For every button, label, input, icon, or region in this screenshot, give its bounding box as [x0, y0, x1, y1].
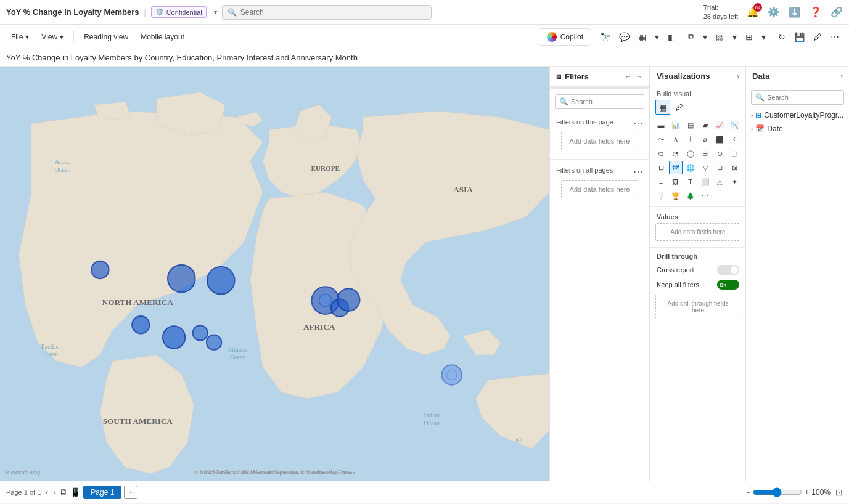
viz-line-stacked[interactable]: 📉: [728, 118, 741, 132]
viz-scatter[interactable]: ⁘: [728, 132, 741, 146]
build-chart-icon[interactable]: ▦: [655, 100, 670, 115]
viz-ribbon[interactable]: ⌀: [699, 132, 712, 146]
viz-column-chart[interactable]: 📊: [669, 118, 683, 132]
tree-expand-0[interactable]: ›: [751, 112, 753, 119]
viz-line[interactable]: 〜: [654, 132, 668, 146]
viz-card[interactable]: ▢: [728, 147, 741, 160]
file-menu[interactable]: File ▾: [6, 30, 34, 44]
viz-matrix2[interactable]: ⊠: [728, 161, 741, 174]
copy-icon[interactable]: ⧉: [684, 29, 698, 44]
download-icon[interactable]: ⬇️: [789, 6, 801, 18]
dropdown2-icon[interactable]: ▾: [699, 30, 711, 44]
help-icon[interactable]: ❓: [810, 6, 822, 18]
dropdown-icon[interactable]: ▾: [651, 30, 663, 44]
viz-decomp-tree[interactable]: 🌲: [684, 189, 697, 203]
cross-report-toggle[interactable]: [717, 265, 739, 275]
values-drop-area[interactable]: Add data fields here: [655, 223, 740, 241]
panel-icon[interactable]: ▨: [712, 30, 728, 44]
viz-qa[interactable]: ❔: [654, 189, 668, 203]
page-view-icon[interactable]: 🖥: [59, 487, 68, 497]
reading-view-button[interactable]: Reading view: [79, 30, 133, 44]
copilot-icon: [547, 32, 557, 42]
viz-image[interactable]: 🖼: [669, 175, 683, 189]
data-tree-item-0[interactable]: › ⊞ CustomerLoyaltyProgr...: [746, 108, 849, 122]
more-icon[interactable]: ⋯: [827, 30, 843, 44]
data-panel-expand-icon[interactable]: ›: [840, 72, 843, 81]
filters-on-page-options[interactable]: ⋯: [633, 118, 643, 129]
viz-treemap[interactable]: ⊞: [699, 147, 712, 160]
page-prev-btn[interactable]: ‹: [44, 487, 49, 498]
viz-button[interactable]: ⬜: [699, 175, 712, 189]
viz-funnel[interactable]: ▽: [699, 161, 712, 174]
map-area[interactable]: NORTH AMERICA SOUTH AMERICA EUROPE ASIA …: [0, 67, 549, 481]
filters-collapse-bar[interactable]: [550, 87, 649, 89]
dropdown4-icon[interactable]: ▾: [758, 30, 769, 44]
build-format-icon[interactable]: 🖊: [671, 100, 686, 115]
save-icon[interactable]: 💾: [790, 30, 808, 44]
viz-key-influencer[interactable]: 🏆: [669, 189, 683, 203]
data-search-input[interactable]: [767, 94, 840, 101]
comment-icon[interactable]: 💬: [615, 30, 633, 44]
keep-filters-toggle[interactable]: On: [717, 280, 739, 290]
viz-shapes[interactable]: △: [713, 175, 726, 189]
dropdown-arrow[interactable]: ▾: [214, 9, 217, 15]
viz-gauge[interactable]: ⊙: [713, 147, 726, 160]
sidebar-icon[interactable]: ◧: [664, 30, 679, 44]
viz-area[interactable]: ∧: [669, 132, 683, 146]
collapse-filters-icon[interactable]: ←: [625, 72, 632, 81]
viz-bar-chart[interactable]: ▬: [654, 118, 668, 132]
viz-textbox[interactable]: T: [684, 175, 697, 189]
viz-pie[interactable]: ◔: [669, 147, 683, 160]
view-label: View: [41, 33, 57, 41]
add-data-fields-page[interactable]: Add data fields here: [561, 132, 638, 150]
data-search-bar[interactable]: 🔍: [751, 90, 844, 105]
viz-combo[interactable]: ⧉: [654, 147, 668, 160]
viz-waterfall[interactable]: ⬛: [713, 132, 726, 146]
viz-expand-icon[interactable]: ›: [737, 72, 739, 81]
viz-line-cluster[interactable]: 📈: [713, 118, 726, 132]
viz-100-bar[interactable]: ▰: [699, 118, 712, 132]
data-tree-item-1[interactable]: › 📅 Date: [746, 122, 849, 136]
zoom-minus-icon[interactable]: −: [746, 488, 750, 497]
filters-all-pages-options[interactable]: ⋯: [633, 166, 643, 177]
zoom-plus-icon[interactable]: +: [805, 488, 809, 497]
expand-filters-icon[interactable]: →: [636, 72, 643, 81]
filter-search-input[interactable]: [571, 98, 640, 105]
dropdown3-icon[interactable]: ▾: [729, 30, 740, 44]
viz-donut[interactable]: ◯: [684, 147, 697, 160]
viz-stacked-area[interactable]: ⌇: [684, 132, 697, 146]
viz-smart[interactable]: ✦: [728, 175, 741, 189]
grid-icon[interactable]: ⊞: [742, 30, 757, 44]
top-search-input[interactable]: [240, 8, 426, 17]
filter-search-bar[interactable]: 🔍: [555, 94, 644, 109]
refresh-icon[interactable]: ↻: [774, 30, 789, 44]
top-search-bar[interactable]: 🔍: [222, 5, 432, 20]
settings-icon[interactable]: ⚙️: [768, 6, 780, 18]
page-1-tab[interactable]: Page 1: [83, 486, 121, 499]
mobile-layout-button[interactable]: Mobile layout: [136, 30, 189, 44]
add-page-button[interactable]: +: [124, 486, 137, 499]
binoculars-icon[interactable]: 🔭: [596, 30, 614, 44]
table-icon[interactable]: ▦: [634, 30, 650, 44]
viz-map[interactable]: 🗺: [669, 161, 683, 174]
page-mobile-icon[interactable]: 📱: [70, 487, 81, 497]
viz-filled-map[interactable]: 🌐: [684, 161, 697, 174]
view-menu[interactable]: View ▾: [36, 30, 68, 44]
tree-expand-1[interactable]: ›: [751, 126, 753, 132]
page-next-btn[interactable]: ›: [52, 487, 57, 498]
fit-to-page-icon[interactable]: ⊡: [835, 487, 843, 497]
format-icon[interactable]: 🖊: [810, 30, 826, 44]
viz-slicer[interactable]: ≡: [654, 175, 668, 189]
viz-table[interactable]: ⊞: [713, 161, 726, 174]
viz-matrix[interactable]: ⊟: [654, 161, 668, 174]
filters-panel: ⧈ Filters ← → 🔍 Filters on this page ⋯ A…: [549, 67, 650, 481]
share-icon[interactable]: 🔗: [831, 6, 843, 18]
page-count-label: Page 1 of 1: [6, 489, 41, 496]
drill-add-area[interactable]: Add drill through fields here: [655, 295, 740, 319]
viz-more1[interactable]: ⋯: [699, 189, 712, 203]
copilot-button[interactable]: Copilot: [539, 28, 591, 46]
zoom-slider[interactable]: [753, 487, 802, 497]
notification-button[interactable]: 🔔 64: [747, 6, 759, 18]
viz-stacked-bar[interactable]: ▤: [684, 118, 697, 132]
add-data-fields-all[interactable]: Add data fields here: [561, 180, 638, 198]
